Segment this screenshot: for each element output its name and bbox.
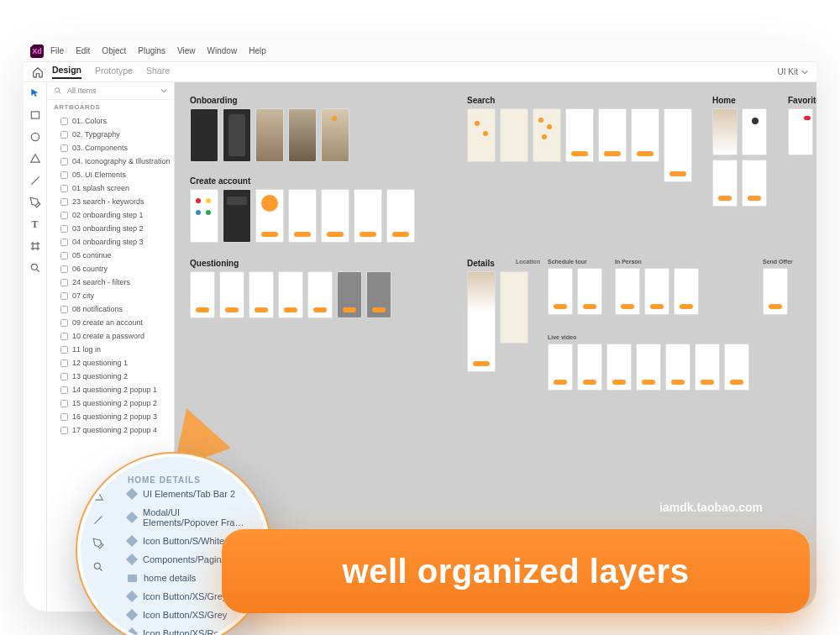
artboard[interactable]: [763, 268, 788, 315]
artboard[interactable]: [742, 108, 767, 155]
zoom-layer-item[interactable]: Modal/UI Elements/Popover Fra…: [128, 503, 250, 532]
artboard-tool[interactable]: [29, 240, 41, 252]
rectangle-tool[interactable]: [29, 109, 41, 121]
layer-item[interactable]: 14 questioning 2 popup 1: [47, 383, 174, 396]
select-tool[interactable]: [29, 87, 41, 99]
artboard[interactable]: [288, 108, 317, 162]
artboard[interactable]: [631, 108, 659, 162]
artboard[interactable]: [712, 160, 738, 207]
menu-edit[interactable]: Edit: [76, 46, 90, 55]
layer-item[interactable]: 07 city: [47, 289, 174, 302]
tab-prototype[interactable]: Prototype: [95, 66, 133, 78]
layer-item[interactable]: 06 country: [47, 262, 174, 276]
artboard[interactable]: [255, 108, 284, 162]
artboard[interactable]: [598, 108, 627, 162]
zoom-layer-item[interactable]: UI Elements/Tab Bar 2: [128, 485, 250, 503]
artboard[interactable]: [577, 344, 602, 391]
artboard[interactable]: [190, 271, 215, 318]
artboard[interactable]: [337, 271, 362, 318]
artboard[interactable]: [223, 108, 251, 162]
layer-item[interactable]: 02 onboarding step 1: [47, 208, 174, 222]
section-livevideo: Live video: [548, 334, 749, 340]
layer-item[interactable]: 16 questioning 2 popup 3: [47, 410, 174, 423]
zoom-tool[interactable]: [29, 262, 41, 274]
artboard[interactable]: [724, 344, 749, 391]
artboard[interactable]: [255, 189, 284, 243]
artboard[interactable]: [500, 271, 528, 344]
text-tool[interactable]: T: [29, 218, 41, 230]
menu-view[interactable]: View: [177, 46, 196, 55]
document-title[interactable]: UI Kit: [778, 67, 808, 76]
ellipse-tool[interactable]: [29, 131, 41, 143]
artboard[interactable]: [606, 344, 632, 391]
layer-item[interactable]: 13 questioning 2: [47, 370, 174, 383]
layer-item[interactable]: 05 continue: [47, 249, 174, 262]
layers-search[interactable]: All Items: [47, 82, 174, 100]
home-icon[interactable]: [32, 66, 44, 78]
artboard[interactable]: [548, 268, 573, 315]
artboard[interactable]: [664, 108, 692, 182]
menu-file[interactable]: File: [50, 46, 64, 55]
artboard[interactable]: [249, 271, 274, 318]
layer-item[interactable]: 02. Typgraphy: [47, 128, 174, 141]
artboard[interactable]: [565, 108, 594, 162]
layer-item[interactable]: 10 create a password: [47, 329, 174, 343]
layer-item[interactable]: 08 notifications: [47, 302, 174, 316]
artboard[interactable]: [307, 271, 333, 318]
line-tool[interactable]: [29, 175, 41, 186]
layer-item[interactable]: 17 questioning 2 popup 4: [47, 423, 174, 437]
layer-item[interactable]: 04 onboarding step 3: [47, 235, 174, 249]
magnified-toolstrip: [92, 491, 104, 573]
pen-tool[interactable]: [29, 197, 41, 208]
layer-item[interactable]: 05. UI Elements: [47, 168, 174, 181]
layer-item[interactable]: 09 create an account: [47, 316, 174, 329]
component-icon: [126, 609, 138, 621]
artboard[interactable]: [467, 108, 496, 162]
tab-design[interactable]: Design: [52, 65, 81, 79]
zoom-layer-item[interactable]: Icon Button/XS/Red: [128, 624, 250, 635]
artboard[interactable]: [788, 108, 813, 155]
artboard[interactable]: [577, 268, 602, 315]
artboard[interactable]: [742, 160, 767, 207]
artboard[interactable]: [467, 271, 496, 372]
layer-item[interactable]: 12 questioning 1: [47, 356, 174, 370]
artboard[interactable]: [190, 108, 218, 162]
layer-item[interactable]: 03. Components: [47, 141, 174, 155]
tab-share[interactable]: Share: [146, 66, 170, 78]
menu-object[interactable]: Object: [102, 46, 126, 55]
artboard[interactable]: [366, 271, 391, 318]
menu-window[interactable]: Window: [207, 46, 238, 55]
artboard[interactable]: [615, 268, 640, 315]
artboard[interactable]: [695, 344, 720, 391]
layer-item[interactable]: 24 search - filters: [47, 276, 174, 289]
artboard[interactable]: [321, 189, 349, 243]
artboard[interactable]: [288, 189, 317, 243]
svg-point-3: [55, 88, 60, 92]
layer-item[interactable]: 01. Colors: [47, 114, 174, 128]
artboard[interactable]: [712, 108, 738, 155]
artboard[interactable]: [500, 108, 528, 162]
layer-item[interactable]: 01 splash screen: [47, 181, 174, 195]
artboard[interactable]: [223, 189, 251, 243]
artboard[interactable]: [386, 189, 415, 243]
artboard[interactable]: [674, 268, 699, 315]
menu-plugins[interactable]: Plugins: [138, 46, 165, 55]
layer-item[interactable]: 03 onboarding step 2: [47, 222, 174, 235]
layer-item[interactable]: 23 search - keywords: [47, 195, 174, 208]
artboard[interactable]: [321, 108, 349, 162]
artboard[interactable]: [665, 344, 690, 391]
artboard[interactable]: [354, 189, 382, 243]
artboard[interactable]: [190, 189, 218, 243]
artboard[interactable]: [533, 108, 561, 162]
artboard[interactable]: [548, 344, 573, 391]
layer-item[interactable]: 15 questioning 2 popup 2: [47, 396, 174, 410]
artboard[interactable]: [219, 271, 244, 318]
artboard[interactable]: [644, 268, 669, 315]
section-home: Home: [712, 96, 780, 105]
menu-help[interactable]: Help: [249, 46, 266, 55]
layer-item[interactable]: 04. Iconography & Illustration: [47, 155, 174, 168]
artboard[interactable]: [636, 344, 661, 391]
artboard[interactable]: [278, 271, 303, 318]
polygon-tool[interactable]: [29, 153, 41, 165]
layer-item[interactable]: 11 log in: [47, 343, 174, 356]
